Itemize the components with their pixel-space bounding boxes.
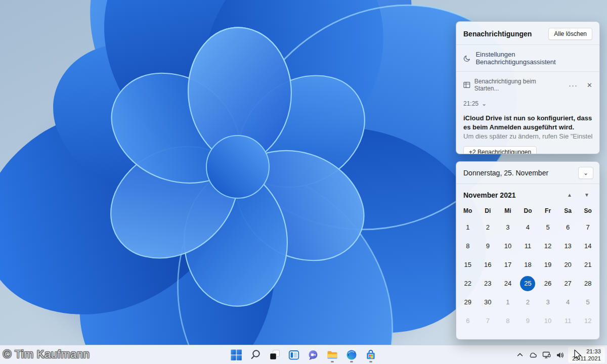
day-of-week-label: So [578, 204, 598, 218]
mouse-cursor [573, 349, 583, 360]
taskbar: 21:33 25.11.2021 [0, 345, 607, 364]
calendar-day[interactable]: 6 [558, 218, 578, 237]
calendar-day[interactable]: 3 [538, 293, 558, 311]
calendar-day[interactable]: 14 [578, 237, 598, 255]
focus-assist-label: Einstellungen Benachrichtigungsassistent [475, 51, 592, 66]
store-button[interactable] [362, 347, 380, 363]
calendar-date-header: Donnerstag, 25. November [463, 169, 548, 177]
calendar-month-label: November 2021 [463, 191, 516, 199]
calendar-day[interactable]: 1 [498, 293, 518, 311]
microsoft-store-icon [365, 349, 377, 361]
edge-button[interactable] [342, 347, 361, 363]
running-indicator [350, 361, 353, 362]
chat-icon [307, 349, 319, 361]
network-tray-button[interactable] [540, 347, 553, 363]
calendar-day[interactable]: 1 [458, 218, 478, 237]
widgets-icon [288, 349, 300, 361]
day-of-week-label: Fr [538, 204, 558, 218]
calendar-day[interactable]: 30 [478, 293, 498, 311]
day-of-week-label: Di [478, 204, 498, 218]
calendar-day[interactable]: 29 [458, 293, 478, 311]
calendar-day[interactable]: 5 [538, 218, 558, 237]
calendar-day[interactable]: 19 [538, 255, 558, 274]
file-explorer-icon [326, 349, 338, 361]
calendar-day[interactable]: 7 [478, 311, 498, 330]
clear-all-button[interactable]: Alle löschen [548, 28, 592, 40]
network-icon [542, 351, 551, 359]
calendar-day[interactable]: 11 [518, 237, 538, 255]
calendar-day[interactable]: 7 [578, 218, 598, 237]
calendar-day[interactable]: 17 [498, 255, 518, 274]
calendar-next-button[interactable]: ▼ [578, 190, 595, 200]
calendar-day[interactable]: 9 [478, 237, 498, 255]
calendar-day[interactable]: 2 [478, 218, 498, 237]
calendar-day[interactable]: 27 [558, 274, 578, 293]
calendar-day[interactable]: 5 [578, 293, 598, 311]
calendar-day[interactable]: 12 [578, 311, 598, 330]
close-icon[interactable]: ✕ [587, 81, 592, 89]
calendar-day[interactable]: 2 [518, 293, 538, 311]
more-notifications-button[interactable]: +2 Benachrichtigungen [463, 146, 537, 154]
chevron-up-icon [516, 351, 524, 358]
start-button[interactable] [227, 347, 245, 363]
edge-icon [345, 349, 358, 361]
calendar-day[interactable]: 11 [558, 311, 578, 330]
notification-subtext: Um dies später zu ändern, rufen Sie "Ein… [463, 132, 592, 140]
day-of-week-label: Mi [498, 204, 518, 218]
calendar-day[interactable]: 23 [478, 274, 498, 293]
calendar-day[interactable]: 4 [558, 293, 578, 311]
calendar-day[interactable]: 10 [498, 237, 518, 255]
watermark: © Tim Kaufmann [3, 348, 90, 361]
calendar-day[interactable]: 3 [498, 218, 518, 237]
day-of-week-label: Mo [458, 204, 478, 218]
calendar-day[interactable]: 13 [558, 237, 578, 255]
widgets-button[interactable] [285, 347, 303, 363]
calendar-day[interactable]: 18 [518, 255, 538, 274]
calendar-day[interactable]: 24 [498, 274, 518, 293]
day-of-week-label: Sa [558, 204, 578, 218]
calendar-day[interactable]: 22 [458, 274, 478, 293]
calendar-day[interactable]: 25 [518, 274, 538, 293]
search-icon [249, 349, 262, 361]
taskbar-center-icons [227, 346, 380, 364]
calendar-day[interactable]: 20 [558, 255, 578, 274]
file-explorer-button[interactable] [323, 347, 341, 363]
calendar-day[interactable]: 15 [458, 255, 478, 274]
calendar-day[interactable]: 28 [578, 274, 598, 293]
notification-card: Benachrichtigung beim Starten... ··· ✕ 2… [456, 72, 599, 154]
volume-icon [556, 351, 565, 359]
task-view-button[interactable] [266, 347, 284, 363]
calendar-day[interactable]: 4 [518, 218, 538, 237]
chat-button[interactable] [304, 347, 322, 363]
calendar-collapse-button[interactable]: ⌄ [578, 167, 593, 179]
calendar-flyout: Donnerstag, 25. November ⌄ November 2021… [456, 161, 600, 340]
calendar-day[interactable]: 9 [518, 311, 538, 330]
calendar-day[interactable]: 26 [538, 274, 558, 293]
calendar-grid: MoDiMiDoFrSaSo12345678910111213141516171… [456, 202, 599, 330]
moon-icon [463, 55, 470, 62]
onedrive-tray-button[interactable] [526, 347, 540, 363]
day-of-week-label: Do [518, 204, 538, 218]
tray-overflow-button[interactable] [514, 347, 526, 363]
calendar-day[interactable]: 6 [458, 311, 478, 330]
chevron-down-icon[interactable]: ⌄ [482, 102, 487, 106]
calendar-day[interactable]: 8 [498, 311, 518, 330]
calendar-day[interactable]: 21 [578, 255, 598, 274]
calendar-day[interactable]: 12 [538, 237, 558, 255]
running-indicator [331, 361, 334, 362]
running-indicator [369, 361, 372, 362]
focus-assist-settings-link[interactable]: Einstellungen Benachrichtigungsassistent [456, 45, 599, 71]
notification-body: iCloud Drive ist nun so konfiguriert, da… [463, 114, 592, 132]
volume-tray-button[interactable] [553, 347, 567, 363]
calendar-day[interactable]: 10 [538, 311, 558, 330]
more-options-icon[interactable]: ··· [569, 81, 578, 89]
notification-center: Benachrichtigungen Alle löschen Einstell… [456, 21, 600, 154]
task-view-icon [269, 349, 281, 361]
calendar-day[interactable]: 16 [478, 255, 498, 274]
notification-app-title: Benachrichtigung beim Starten... [474, 78, 560, 92]
search-button[interactable] [246, 347, 265, 363]
chevron-down-icon: ⌄ [583, 169, 588, 176]
calendar-day[interactable]: 8 [458, 237, 478, 255]
calendar-prev-button[interactable]: ▲ [561, 190, 578, 200]
onedrive-cloud-icon [529, 351, 537, 359]
